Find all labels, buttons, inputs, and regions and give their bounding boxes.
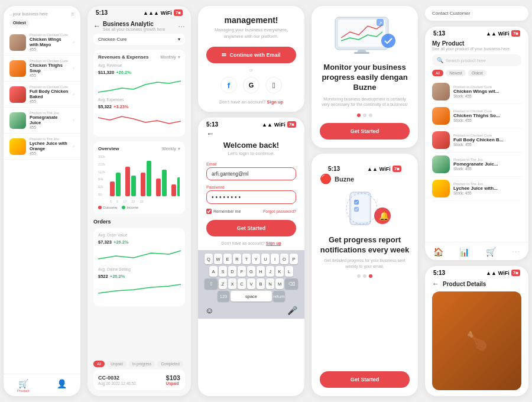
key-r[interactable]: R <box>233 254 241 264</box>
key-m[interactable]: M <box>275 278 284 289</box>
key-t[interactable]: T <box>242 254 251 264</box>
filter-dropdown[interactable]: Chicken Cure ▾ <box>93 34 185 45</box>
key-q[interactable]: Q <box>205 254 213 264</box>
key-i[interactable]: I <box>271 254 279 264</box>
nav-item-product[interactable]: 🛒 Product <box>17 379 30 393</box>
product-info: Product in Chicken Cure Chicken Thighs S… <box>30 59 69 77</box>
key-l[interactable]: L <box>285 266 293 277</box>
contact-label: Contact Customer <box>432 11 470 16</box>
key-z[interactable]: Z <box>219 278 227 289</box>
continue-with-email-button[interactable]: ✉ Continue with Email <box>206 47 296 63</box>
tab-completed[interactable]: Completed <box>157 361 183 367</box>
key-backspace[interactable]: ⌫ <box>285 278 298 289</box>
tab-all[interactable]: All <box>93 361 105 367</box>
key-d[interactable]: D <box>228 266 236 277</box>
key-shift[interactable]: ⇧ <box>205 278 218 289</box>
key-k[interactable]: K <box>275 266 284 277</box>
key-g[interactable]: G <box>247 266 255 277</box>
apple-login-button[interactable]:  <box>265 77 282 93</box>
product-name: Full Body Chicken B... <box>453 137 521 142</box>
status-time: 5:13 <box>328 166 340 172</box>
period-selector[interactable]: Monthly ▾ <box>160 54 180 60</box>
order-item[interactable]: CC-0032 Aug 26 2022 12:46:52 $103 Unpaid <box>93 369 185 390</box>
nav-chart[interactable]: 📊 <box>459 247 469 257</box>
key-h[interactable]: H <box>257 266 265 277</box>
key-v[interactable]: V <box>247 278 255 289</box>
nav-home[interactable]: 🏠 <box>433 247 443 257</box>
mic-icon[interactable]: 🎤 <box>287 306 297 315</box>
list-item[interactable]: Product in Chicken Cure Full Body Chicke… <box>432 128 521 153</box>
list-item[interactable]: Product in Chicken Cure Full Body Chicke… <box>4 82 80 108</box>
get-started-button[interactable]: Get Started <box>206 220 296 236</box>
back-button[interactable]: ← <box>432 280 439 288</box>
key-space[interactable]: space <box>231 291 272 302</box>
period-selector[interactable]: Weekly ▾ <box>162 146 180 151</box>
key-f[interactable]: F <box>238 266 246 277</box>
key-y[interactable]: Y <box>252 254 260 264</box>
key-o[interactable]: O <box>280 254 288 264</box>
tab-in-progress[interactable]: In progress <box>129 361 155 367</box>
key-return[interactable]: return <box>273 291 285 302</box>
login-subtitle: Let's login to continue. <box>198 151 304 156</box>
buzne-logo-icon: 🔴 <box>320 173 332 184</box>
list-item[interactable]: Product in The Jos Pomegranate Juice 455… <box>4 108 80 134</box>
email-input[interactable] <box>206 167 296 180</box>
column-4-onboarding: ↗ Monitor your business progress easily … <box>312 6 418 396</box>
emoji-icon[interactable]: ☺ <box>205 306 213 315</box>
key-a[interactable]: A <box>209 266 218 277</box>
google-login-button[interactable]: G <box>243 77 259 93</box>
sign-up-login-link[interactable]: Sign up <box>266 241 281 245</box>
key-n[interactable]: N <box>266 278 274 289</box>
y-axis: 332k222k112k$4k$2k$0 <box>98 155 106 196</box>
battery-icon: 7■ <box>287 121 296 128</box>
list-item[interactable]: Product in Chicken Cure Chicken Wings wi… <box>4 30 80 56</box>
key-b[interactable]: B <box>257 278 265 289</box>
key-u[interactable]: U <box>261 254 270 264</box>
facebook-login-button[interactable]: f <box>220 77 237 93</box>
back-button[interactable]: ← <box>93 22 100 30</box>
nav-more[interactable]: ⋯ <box>512 247 520 257</box>
key-c[interactable]: C <box>238 278 246 289</box>
product-search-bar[interactable]: 🔍 Search product here <box>432 54 521 66</box>
list-item[interactable]: Product in Chicken Cure Chicken Thighs S… <box>4 56 80 82</box>
get-started-progress-button[interactable]: Get Started <box>320 371 410 388</box>
get-started-monitor-button[interactable]: Get Started <box>320 123 410 140</box>
svg-rect-5 <box>147 161 151 196</box>
col1-tab-oldest[interactable]: Oldest <box>9 20 30 26</box>
nav-product[interactable]: 🛒 <box>486 247 496 257</box>
key-x[interactable]: X <box>228 278 236 289</box>
login-status-time: 5:13 <box>206 121 218 128</box>
password-input[interactable] <box>206 190 296 204</box>
list-item[interactable]: Product in The Jos Lychee Juice with Ora… <box>4 134 80 160</box>
tab-all[interactable]: All <box>432 70 443 76</box>
list-item[interactable]: Product in The Jos Lychee Juice with... … <box>432 177 521 201</box>
tab-oldest[interactable]: Oldest <box>468 70 486 76</box>
orders-title: Orders <box>93 219 185 225</box>
key-s[interactable]: S <box>219 266 227 277</box>
login-back-button[interactable]: ← <box>198 129 304 141</box>
status-time: 5:13 <box>96 9 108 16</box>
tab-unpaid[interactable]: Unpaid <box>107 361 126 367</box>
avg-order-metric: Avg. Order Value $7,323 +26.2% <box>98 233 180 245</box>
tab-newest[interactable]: Newest <box>446 70 466 76</box>
remember-checkbox[interactable] <box>206 209 212 214</box>
key-e[interactable]: E <box>223 254 232 264</box>
svg-rect-4 <box>141 173 145 196</box>
keyboard-row-4: 123 space return <box>200 291 302 302</box>
key-123[interactable]: 123 <box>218 291 229 302</box>
key-p[interactable]: P <box>290 254 298 264</box>
key-w[interactable]: W <box>214 254 222 264</box>
forgot-password-link[interactable]: Forgot password? <box>263 209 296 213</box>
key-j[interactable]: J <box>266 266 274 277</box>
list-item[interactable]: Product in Chicken Cure Chicken Wings wi… <box>432 80 521 104</box>
google-icon: G <box>249 82 254 89</box>
battery-icon: 7■ <box>511 30 520 37</box>
arrow-icon: › <box>73 144 74 149</box>
filter-icon[interactable]: ≡ <box>71 11 74 17</box>
product-image <box>432 131 450 149</box>
more-options-icon[interactable]: ··· <box>178 21 185 31</box>
list-item[interactable]: Product in Chicken Cure Chicken Thighs S… <box>432 104 521 128</box>
nav-item-profile[interactable]: 👤 <box>57 379 67 393</box>
list-item[interactable]: Product in The Jos Pomegranate Juic... S… <box>432 153 521 177</box>
sign-up-link[interactable]: Sign up <box>267 99 284 105</box>
